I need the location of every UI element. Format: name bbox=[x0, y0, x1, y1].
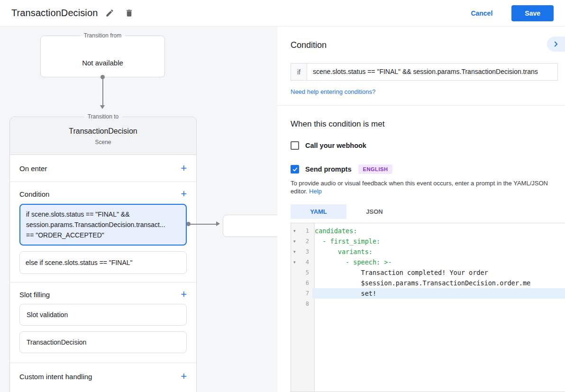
condition-line-3: == "ORDER_ACCEPTED" bbox=[26, 230, 180, 240]
line-number: 7 bbox=[298, 290, 312, 297]
add-custom-intent-button[interactable]: + bbox=[181, 372, 187, 381]
condition-detail-panel: Condition if scene.slots.status == "FINA… bbox=[277, 27, 565, 392]
transition-to-label: Transition to bbox=[84, 113, 123, 120]
condition-input-group: if scene.slots.status == "FINAL" && sess… bbox=[291, 63, 558, 81]
code-text: candidates: bbox=[312, 226, 565, 236]
call-webhook-label: Call your webhook bbox=[305, 142, 366, 149]
scene-node-title: TransactionDecision bbox=[10, 127, 196, 136]
condition-line-1: if scene.slots.status == "FINAL" && bbox=[26, 209, 180, 219]
call-webhook-checkbox[interactable] bbox=[291, 141, 299, 150]
add-icon: + bbox=[181, 370, 187, 382]
checkmark-icon bbox=[292, 166, 298, 173]
trash-icon bbox=[125, 9, 134, 18]
code-text: - speech: >- bbox=[312, 257, 565, 267]
line-number: 5 bbox=[298, 269, 312, 276]
transition-from-label: Transition from bbox=[80, 32, 126, 39]
edit-title-button[interactable] bbox=[102, 6, 117, 20]
add-icon: + bbox=[181, 162, 187, 174]
line-number: 6 bbox=[298, 280, 312, 286]
top-bar: TransactionDecision Cancel Save bbox=[0, 0, 565, 27]
section-condition: Condition + if scene.slots.status == "FI… bbox=[10, 182, 196, 283]
flow-canvas: Transition from Not available Transition… bbox=[0, 27, 277, 392]
conditions-help-link[interactable]: Need help entering conditions? bbox=[291, 88, 375, 95]
page-title: TransactionDecision bbox=[11, 8, 98, 18]
transition-from-node: Transition from Not available bbox=[40, 36, 165, 77]
tab-yaml[interactable]: YAML bbox=[291, 204, 346, 219]
editor-lines: ▾ 1 candidates: ▾ 2 - first_simple: ▾ 3 … bbox=[291, 226, 565, 309]
cancel-button[interactable]: Cancel bbox=[471, 9, 492, 17]
section-custom-intent: Custom intent handling + bbox=[10, 363, 196, 390]
section-slot-filling: Slot filling + Slot validation Transacti… bbox=[10, 283, 196, 363]
scene-editor-app: TransactionDecision Cancel Save Transiti… bbox=[0, 0, 565, 392]
code-text: set! bbox=[312, 288, 565, 299]
slot-card-validation[interactable]: Slot validation bbox=[19, 304, 187, 326]
add-on-enter-button[interactable]: + bbox=[181, 164, 187, 173]
editor-line: ▾ 3 variants: bbox=[291, 246, 565, 257]
panel-divider bbox=[277, 105, 565, 106]
custom-intent-label: Custom intent handling bbox=[19, 373, 92, 381]
send-prompts-checkbox[interactable] bbox=[291, 165, 299, 173]
editor-tabs: YAML JSON bbox=[291, 204, 402, 219]
code-text bbox=[312, 299, 565, 309]
send-prompts-option-row: Send prompts ENGLISH bbox=[291, 164, 392, 174]
webhook-option-row: Call your webhook bbox=[291, 141, 366, 150]
fold-arrow-icon[interactable]: ▾ bbox=[291, 226, 298, 236]
fold-arrow-icon[interactable]: ▾ bbox=[291, 236, 298, 246]
line-number: 3 bbox=[298, 248, 312, 255]
connector-line bbox=[190, 224, 216, 225]
condition-heading: Condition bbox=[291, 40, 327, 50]
transition-target-node bbox=[223, 215, 277, 237]
scene-node-header: TransactionDecision Scene bbox=[10, 117, 196, 155]
prompts-description-text: To provide audio or visual feedback when… bbox=[291, 180, 548, 195]
code-text: $session.params.TransactionDecision.orde… bbox=[312, 278, 565, 288]
connector-line bbox=[102, 78, 103, 105]
slot-card-transaction-decision[interactable]: TransactionDecision bbox=[19, 331, 187, 353]
editor-line: 7 set! bbox=[291, 288, 565, 299]
editor-line: ▾ 4 - speech: >- bbox=[291, 257, 565, 267]
chevron-right-icon bbox=[552, 40, 560, 48]
arrow-down-icon bbox=[100, 105, 105, 109]
line-number: 8 bbox=[298, 301, 312, 307]
condition-line-2: session.params.TransactionDecision.trans… bbox=[26, 219, 180, 230]
prompts-description: To provide audio or visual feedback when… bbox=[291, 179, 557, 195]
if-prefix-label: if bbox=[291, 64, 307, 80]
add-icon: + bbox=[181, 188, 187, 200]
section-on-enter: On enter + bbox=[10, 155, 196, 182]
collapse-panel-button[interactable] bbox=[547, 36, 565, 52]
line-number: 4 bbox=[298, 259, 312, 265]
editor-line: 6 $session.params.TransactionDecision.or… bbox=[291, 278, 565, 288]
condition-card-else[interactable]: else if scene.slots.status == "FINAL" bbox=[19, 251, 187, 274]
main-content: Transition from Not available Transition… bbox=[0, 27, 565, 392]
code-text: - first_simple: bbox=[312, 236, 565, 246]
fold-arrow-icon[interactable]: ▾ bbox=[291, 246, 298, 257]
add-slot-button[interactable]: + bbox=[181, 290, 187, 299]
scene-node-subtitle: Scene bbox=[10, 139, 196, 146]
fold-arrow-icon[interactable]: ▾ bbox=[291, 257, 298, 267]
on-enter-label: On enter bbox=[19, 164, 47, 173]
delete-scene-button[interactable] bbox=[122, 6, 137, 20]
when-condition-met-heading: When this condition is met bbox=[291, 119, 384, 129]
arrow-right-icon bbox=[216, 221, 220, 226]
language-badge: ENGLISH bbox=[358, 164, 392, 174]
scene-node: Transition to TransactionDecision Scene … bbox=[9, 117, 197, 392]
yaml-code-editor[interactable]: ▾ 1 candidates: ▾ 2 - first_simple: ▾ 3 … bbox=[291, 223, 565, 392]
save-button[interactable]: Save bbox=[511, 5, 554, 21]
transition-from-value: Not available bbox=[41, 59, 164, 67]
add-icon: + bbox=[181, 288, 187, 300]
slot-filling-label: Slot filling bbox=[19, 291, 50, 299]
editor-line: 8 bbox=[291, 299, 565, 309]
condition-expression-input[interactable]: scene.slots.status == "FINAL" && session… bbox=[307, 64, 557, 80]
condition-card-selected[interactable]: if scene.slots.status == "FINAL" && sess… bbox=[19, 204, 187, 246]
code-text: Transaction completed! Your order bbox=[312, 267, 565, 278]
add-condition-button[interactable]: + bbox=[181, 189, 187, 199]
line-number: 1 bbox=[298, 228, 312, 234]
tab-json[interactable]: JSON bbox=[346, 204, 402, 219]
prompts-help-link[interactable]: Help bbox=[309, 188, 322, 195]
line-number: 2 bbox=[298, 238, 312, 245]
code-text: variants: bbox=[312, 246, 565, 257]
editor-line: ▾ 1 candidates: bbox=[291, 226, 565, 236]
editor-line: 5 Transaction completed! Your order bbox=[291, 267, 565, 278]
send-prompts-label: Send prompts bbox=[305, 165, 351, 173]
pencil-icon bbox=[105, 9, 114, 18]
condition-section-label: Condition bbox=[19, 190, 49, 198]
